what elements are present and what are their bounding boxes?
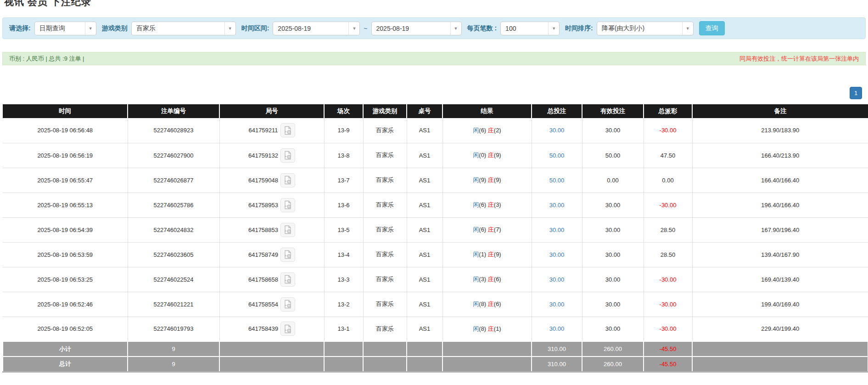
cell-total-bet-link[interactable]: 30.00 xyxy=(532,292,582,317)
video-replay-button[interactable] xyxy=(280,297,295,311)
subtotal-count: 9 xyxy=(128,341,219,357)
cell-time: 2025-08-19 06:52:46 xyxy=(3,292,128,317)
query-button[interactable]: 查询 xyxy=(699,21,725,35)
video-replay-button[interactable] xyxy=(280,173,295,187)
cell-total-bet-link[interactable]: 50.00 xyxy=(532,168,582,192)
result-player-label: 闲 xyxy=(473,127,479,134)
cell-game: 百家乐 xyxy=(363,217,407,242)
sort-select[interactable]: 降幂(由大到小) ▼ xyxy=(597,22,694,35)
round-number: 641758749 xyxy=(248,251,278,258)
result-player-points: (6) xyxy=(479,201,486,208)
chevron-down-icon: ▼ xyxy=(682,22,693,35)
video-replay-button[interactable] xyxy=(280,248,295,262)
cell-remark: 196.40/166.40 xyxy=(692,192,868,217)
table-row: 2025-08-19 06:56:48 522746028923 6417592… xyxy=(3,118,868,143)
result-banker-points: (3) xyxy=(494,201,501,208)
round-number: 641758554 xyxy=(248,301,278,308)
cell-time: 2025-08-19 06:53:25 xyxy=(3,267,128,292)
cell-result: 闲(3) 庄(6) xyxy=(442,267,532,292)
round-number: 641758439 xyxy=(248,325,278,332)
cell-remark: 199.40/169.40 xyxy=(692,292,868,317)
query-type-value: 日期查询 xyxy=(35,24,85,33)
cell-remark: 166.40/213.90 xyxy=(692,143,868,168)
per-page-select[interactable]: 100 ▼ xyxy=(500,22,560,35)
cell-round: 641759132 xyxy=(219,143,324,168)
summary-bar: 币别 : 人民币 | 总共 :9 注单 | 同局有效投注，统一计算在该局第一张注… xyxy=(2,52,866,65)
date-range-separator: ~ xyxy=(364,25,367,32)
round-number: 641759132 xyxy=(248,152,278,159)
table-row: 2025-08-19 06:56:19 522746027900 6417591… xyxy=(3,143,868,168)
video-replay-button[interactable] xyxy=(280,148,295,163)
cell-round: 641758658 xyxy=(219,267,324,292)
round-number: 641758853 xyxy=(248,226,278,233)
result-player-points: (8) xyxy=(479,325,486,332)
cell-session: 13-3 xyxy=(324,267,363,292)
result-player-points: (8) xyxy=(479,300,486,307)
cell-time: 2025-08-19 06:54:39 xyxy=(3,217,128,242)
per-page-label: 每页笔数 : xyxy=(467,24,497,33)
cell-bet-id: 522746023605 xyxy=(128,242,219,267)
cell-total-bet-link[interactable]: 50.00 xyxy=(532,143,582,168)
cell-game: 百家乐 xyxy=(363,317,407,341)
cell-total-bet-link[interactable]: 30.00 xyxy=(532,192,582,217)
cell-total-bet-link[interactable]: 30.00 xyxy=(532,267,582,292)
cell-result: 闲(6) 庄(2) xyxy=(442,118,532,143)
cell-valid-bet: 50.00 xyxy=(582,143,644,168)
page-1-button[interactable]: 1 xyxy=(850,87,862,99)
date-to-select[interactable]: 2025-08-19 ▼ xyxy=(371,22,462,35)
table-row: 2025-08-19 06:54:39 522746024832 6417588… xyxy=(3,217,868,242)
cell-total-bet-link[interactable]: 30.00 xyxy=(532,217,582,242)
header-remark: 备注 xyxy=(692,104,868,118)
cell-bet-id: 522746027900 xyxy=(128,143,219,168)
total-valid-bet: 260.00 xyxy=(582,357,644,372)
cell-total-bet-link[interactable]: 30.00 xyxy=(532,242,582,267)
query-type-select[interactable]: 日期查询 ▼ xyxy=(34,22,96,35)
game-category-value: 百家乐 xyxy=(132,24,224,33)
subtotal-payout: -45.50 xyxy=(644,341,692,357)
date-from-select[interactable]: 2025-08-19 ▼ xyxy=(273,22,360,35)
result-player-label: 闲 xyxy=(473,251,479,258)
cell-bet-id: 522746025786 xyxy=(128,192,219,217)
subtotal-label: 小计 xyxy=(3,341,128,357)
cell-empty xyxy=(442,357,532,372)
chevron-down-icon: ▼ xyxy=(450,22,461,35)
cell-remark: 213.90/183.90 xyxy=(692,118,868,143)
video-replay-button[interactable] xyxy=(280,322,295,336)
cell-payout: -30.00 xyxy=(644,267,692,292)
total-total-bet: 310.00 xyxy=(532,357,582,372)
cell-valid-bet: 30.00 xyxy=(582,192,644,217)
video-replay-button[interactable] xyxy=(280,223,295,237)
video-replay-button[interactable] xyxy=(280,123,295,137)
cell-result: 闲(9) 庄(9) xyxy=(442,168,532,192)
cell-valid-bet: 30.00 xyxy=(582,217,644,242)
cell-total-bet-link[interactable]: 30.00 xyxy=(532,317,582,341)
video-file-icon xyxy=(284,126,292,135)
total-payout: -45.50 xyxy=(644,357,692,372)
per-page-value: 100 xyxy=(501,25,548,32)
cell-time: 2025-08-19 06:55:13 xyxy=(3,192,128,217)
header-time: 时间 xyxy=(3,104,128,118)
result-player-label: 闲 xyxy=(473,300,479,307)
video-file-icon xyxy=(284,176,292,185)
cell-round: 641758749 xyxy=(219,242,324,267)
result-banker-points: (9) xyxy=(494,251,501,258)
result-banker-label: 庄 xyxy=(488,300,494,307)
cell-game: 百家乐 xyxy=(363,242,407,267)
cell-result: 闲(6) 庄(7) xyxy=(442,217,532,242)
result-banker-label: 庄 xyxy=(488,276,494,283)
game-category-select[interactable]: 百家乐 ▼ xyxy=(131,22,236,35)
cell-session: 13-5 xyxy=(324,217,363,242)
cell-total-bet-link[interactable]: 30.00 xyxy=(532,118,582,143)
video-replay-button[interactable] xyxy=(280,272,295,287)
cell-bet-id: 522746019793 xyxy=(128,317,219,341)
result-player-points: (0) xyxy=(479,152,486,159)
cell-time: 2025-08-19 06:56:48 xyxy=(3,118,128,143)
result-player-label: 闲 xyxy=(473,325,479,332)
cell-game: 百家乐 xyxy=(363,118,407,143)
cell-payout: -30.00 xyxy=(644,192,692,217)
result-banker-points: (6) xyxy=(494,276,501,283)
header-table-no: 桌号 xyxy=(407,104,442,118)
video-replay-button[interactable] xyxy=(280,198,295,212)
header-bet-id: 注单编号 xyxy=(128,104,219,118)
result-banker-label: 庄 xyxy=(488,325,494,332)
